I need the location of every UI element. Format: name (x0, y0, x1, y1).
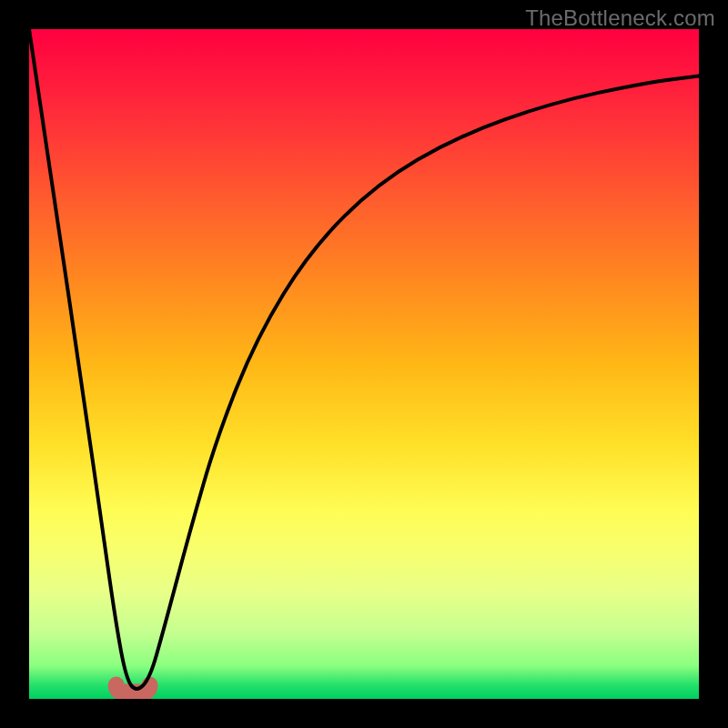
bottleneck-curve-path (29, 29, 699, 689)
chart-svg (29, 29, 699, 699)
chart-frame: TheBottleneck.com (0, 0, 728, 728)
watermark-text: TheBottleneck.com (525, 5, 715, 31)
plot-area (29, 29, 699, 699)
